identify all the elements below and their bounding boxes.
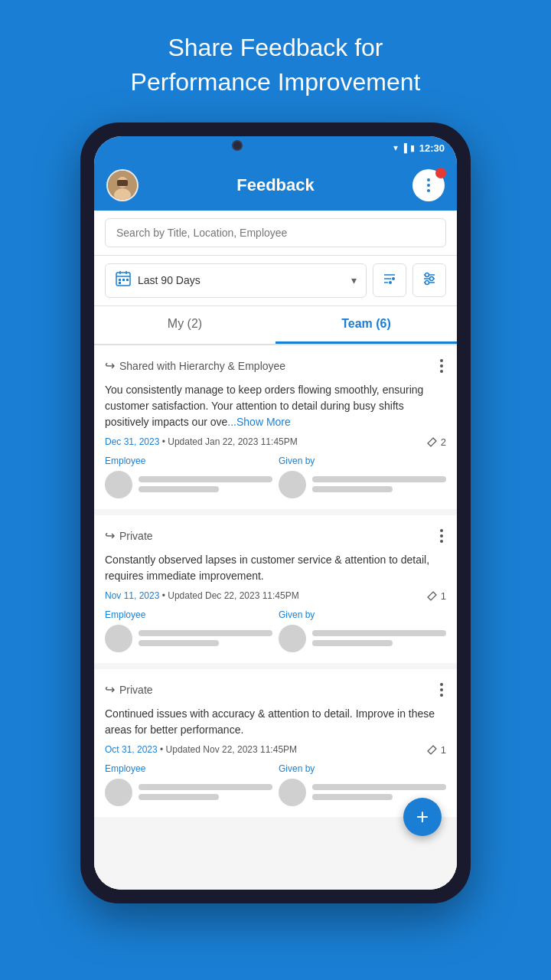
card-more-button[interactable] (437, 356, 446, 376)
search-bar (94, 211, 457, 256)
employee-avatar (105, 779, 132, 806)
employee-label: Employee (105, 763, 272, 774)
svg-rect-11 (119, 282, 121, 284)
avatar[interactable] (106, 169, 139, 201)
card-updated: • Updated Nov 22, 2023 11:45PM (160, 744, 297, 755)
svg-rect-10 (126, 279, 129, 281)
advanced-filter-button[interactable] (412, 263, 446, 297)
tab-my[interactable]: My (2) (94, 306, 276, 344)
attachment-count: 1 (427, 590, 446, 602)
card-meta: Nov 11, 2023 • Updated Dec 22, 2023 11:4… (105, 590, 446, 602)
battery-icon: ▮ (410, 143, 415, 153)
card-date: Nov 11, 2023 (105, 590, 159, 601)
share-icon: ↪ (105, 682, 115, 697)
card-people: Employee Given by (105, 609, 446, 652)
card-meta: Oct 31, 2023 • Updated Nov 22, 2023 11:4… (105, 744, 446, 756)
wifi-icon: ▾ (393, 142, 398, 153)
given-by-avatar (279, 779, 306, 806)
svg-point-22 (425, 280, 429, 284)
card-more-button[interactable] (437, 526, 446, 546)
card-updated: • Updated Jan 22, 2023 11:45PM (162, 436, 298, 447)
svg-rect-3 (117, 180, 128, 186)
app-title: Feedback (236, 175, 315, 195)
share-type-label: ↪ Private (105, 682, 153, 697)
notification-badge (435, 168, 446, 178)
signal-icon: ▐ (401, 143, 407, 152)
sort-filter-button[interactable] (373, 263, 406, 297)
given-by-label: Given by (279, 456, 446, 466)
card-more-button[interactable] (437, 680, 446, 700)
tabs-container: My (2) Team (6) (94, 306, 457, 345)
date-filter-label: Last 90 Days (138, 274, 345, 286)
camera-dot (232, 140, 243, 151)
phone-inner: ▾ ▐ ▮ 12:30 Feedback (94, 136, 457, 890)
given-by-avatar (279, 471, 306, 498)
add-feedback-button[interactable]: + (403, 798, 442, 836)
employee-avatar (105, 471, 132, 498)
show-more-link[interactable]: ...Show More (227, 416, 290, 428)
given-by-label: Given by (279, 763, 446, 774)
card-date: Dec 31, 2023 (105, 436, 159, 447)
tab-team[interactable]: Team (6) (276, 306, 457, 344)
card-body-text: You consistently manage to keep orders f… (105, 382, 446, 430)
date-filter-dropdown[interactable]: Last 90 Days ▾ (105, 263, 367, 298)
given-by-avatar (279, 625, 306, 652)
calendar-icon (115, 270, 132, 291)
feed-card: ↪ Private Constantly observed lapses in … (94, 515, 457, 663)
card-meta: Dec 31, 2023 • Updated Jan 22, 2023 11:4… (105, 436, 446, 448)
filter-row: Last 90 Days ▾ (94, 256, 457, 306)
attachment-count: 2 (427, 436, 446, 448)
employee-label: Employee (105, 609, 272, 620)
card-updated: • Updated Dec 22, 2023 11:45PM (162, 590, 299, 601)
feed-list: ↪ Shared with Hierarchy & Employee You c… (94, 345, 457, 890)
share-icon: ↪ (105, 358, 115, 373)
svg-point-15 (392, 277, 395, 280)
employee-label: Employee (105, 456, 272, 466)
feed-card: ↪ Shared with Hierarchy & Employee You c… (94, 345, 457, 509)
phone-frame: ▾ ▐ ▮ 12:30 Feedback (80, 122, 471, 903)
page-header-text: Share Feedback for Performance Improveme… (85, 0, 467, 122)
employee-avatar (105, 625, 132, 652)
svg-point-20 (425, 273, 429, 276)
sort-icon (382, 271, 397, 290)
svg-rect-8 (119, 279, 121, 281)
card-people: Employee Given by (105, 763, 446, 806)
card-people: Employee Given by (105, 456, 446, 498)
menu-button[interactable] (412, 169, 445, 201)
share-icon: ↪ (105, 528, 115, 543)
card-body-text: Constantly observed lapses in customer s… (105, 552, 446, 584)
card-body-text: Continued issues with accuracy & attenti… (105, 706, 446, 738)
svg-rect-9 (122, 279, 125, 281)
attachment-count: 1 (427, 744, 446, 756)
share-type-label: ↪ Shared with Hierarchy & Employee (105, 358, 285, 373)
status-bar: ▾ ▐ ▮ 12:30 (94, 136, 457, 160)
svg-point-21 (430, 276, 434, 280)
search-input[interactable] (105, 218, 446, 247)
card-date: Oct 31, 2023 (105, 744, 158, 755)
chevron-down-icon: ▾ (351, 274, 357, 286)
share-type-label: ↪ Private (105, 528, 153, 543)
status-time: 12:30 (419, 142, 445, 154)
app-header: Feedback (94, 160, 457, 211)
sliders-icon (422, 271, 437, 290)
given-by-label: Given by (279, 609, 446, 620)
app-content: Last 90 Days ▾ (94, 211, 457, 890)
svg-point-16 (389, 281, 392, 284)
feed-card: ↪ Private Continued issues with accuracy… (94, 669, 457, 817)
